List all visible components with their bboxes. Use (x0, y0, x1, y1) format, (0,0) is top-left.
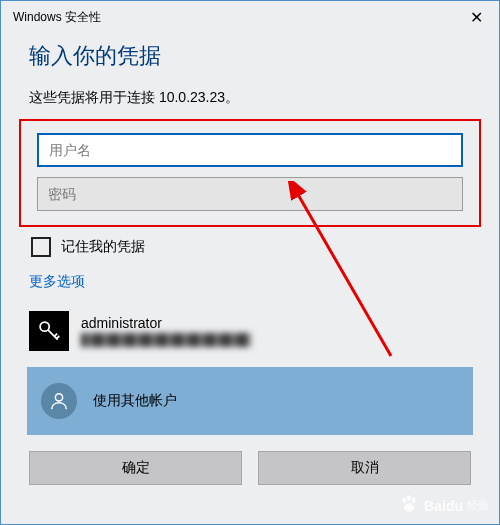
saved-account-name: administrator (81, 315, 251, 331)
close-icon: ✕ (470, 8, 483, 27)
ok-button[interactable]: 确定 (29, 451, 242, 485)
dialog-subtext: 这些凭据将用于连接 10.0.23.23。 (29, 89, 471, 107)
paw-icon (398, 493, 420, 518)
svg-point-6 (403, 498, 407, 504)
watermark-cn: 经验 (467, 498, 489, 513)
watermark-brand: Baidu (424, 498, 463, 514)
saved-account-detail-blurred (81, 333, 251, 347)
remember-label: 记住我的凭据 (61, 238, 145, 256)
dialog-heading: 输入你的凭据 (29, 41, 471, 71)
more-options-link[interactable]: 更多选项 (29, 273, 471, 291)
password-input[interactable] (37, 177, 463, 211)
svg-point-7 (407, 495, 411, 501)
key-icon (29, 311, 69, 351)
titlebar: Windows 安全性 ✕ (1, 1, 499, 33)
remember-checkbox[interactable] (31, 237, 51, 257)
svg-point-4 (55, 394, 62, 401)
user-icon (41, 383, 77, 419)
use-other-account-label: 使用其他帐户 (93, 392, 177, 410)
credentials-highlight (19, 119, 481, 227)
use-other-account-row[interactable]: 使用其他帐户 (27, 367, 473, 435)
close-button[interactable]: ✕ (454, 1, 499, 33)
svg-point-9 (404, 504, 414, 512)
svg-point-8 (412, 498, 416, 504)
username-input[interactable] (37, 133, 463, 167)
cancel-button[interactable]: 取消 (258, 451, 471, 485)
svg-line-2 (54, 334, 57, 337)
watermark: Baidu 经验 (398, 493, 489, 518)
dialog-footer: 确定 取消 (1, 435, 499, 485)
svg-point-0 (40, 322, 49, 331)
window-title: Windows 安全性 (13, 9, 101, 26)
svg-line-3 (57, 336, 60, 339)
remember-row[interactable]: 记住我的凭据 (31, 237, 471, 257)
saved-account-row[interactable]: administrator (29, 305, 471, 361)
